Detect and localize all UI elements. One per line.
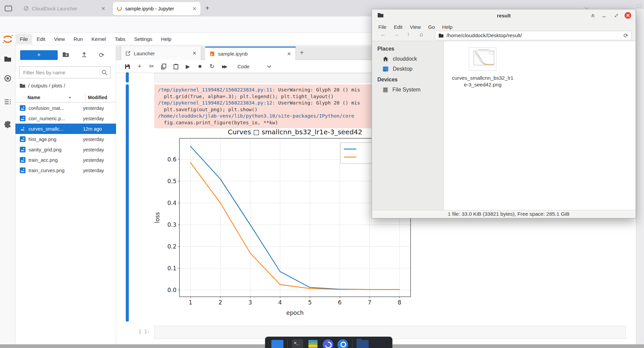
column-header-modified[interactable]: Modified [88, 95, 107, 100]
browser-tab-clouddock[interactable]: CloudDock Launcher ✕ [19, 2, 109, 15]
file-modified: yesterday [83, 157, 116, 163]
app-stack-icon[interactable] [307, 339, 319, 348]
tab-label: Launcher [134, 51, 155, 56]
breadcrumb[interactable]: / outputs / plots / [19, 83, 65, 88]
tab-launcher[interactable]: Launcher ✕ [121, 47, 201, 60]
desktop-icon [383, 66, 388, 72]
folder-icon [438, 33, 444, 38]
menu-item[interactable]: View [406, 23, 424, 31]
cell-type-dropdown[interactable]: Code [237, 64, 250, 69]
running-sessions-icon[interactable] [4, 75, 11, 82]
svg-text:1: 1 [189, 299, 193, 306]
menu-item[interactable]: Edit [32, 34, 50, 44]
file-manager-dock-icon[interactable] [357, 340, 369, 348]
tab-close-icon[interactable]: ✕ [101, 6, 105, 12]
browser-scrollbar-strip[interactable] [636, 9, 644, 344]
refresh-icon[interactable]: ⟳ [624, 32, 628, 39]
column-header-name[interactable]: Name [28, 95, 40, 100]
file-row[interactable]: sanity_grid.png yesterday [15, 144, 116, 155]
jupyter-logo [2, 34, 13, 44]
back-button[interactable]: ← [380, 31, 386, 38]
new-launcher-button[interactable]: + [20, 50, 58, 60]
cut-cells-button[interactable]: ✂ [146, 63, 158, 70]
fm-title-bar[interactable]: result ✕ [372, 9, 636, 21]
file-row[interactable]: train_curves.png yesterday [15, 165, 116, 176]
tab-label: sample.ipynb [218, 51, 248, 57]
image-file-icon [20, 167, 25, 173]
fm-toolbar: ← → ↑ ⌂ /home/clouddock/Desktop/result/ … [372, 31, 636, 41]
table-of-contents-icon[interactable] [4, 98, 11, 106]
menu-item[interactable]: Help [157, 34, 176, 44]
new-dock-tab-button[interactable]: + [300, 49, 304, 57]
up-button[interactable]: ↑ [407, 31, 410, 38]
save-button[interactable] [121, 63, 133, 69]
file-modified: yesterday [83, 106, 116, 111]
menu-item[interactable]: Kernel [87, 34, 110, 44]
firefox-view-button[interactable] [3, 4, 13, 13]
empty-cell-prompt: [ ]: [125, 329, 150, 334]
file-row[interactable]: corr_numeric.p... yesterday [15, 113, 116, 124]
home-button[interactable]: ⌂ [420, 31, 423, 38]
svg-text:loss: loss [154, 212, 161, 223]
image-file-icon [20, 147, 25, 152]
file-row[interactable]: hist_age.png yesterday [15, 134, 116, 144]
menu-item[interactable]: Go [424, 23, 438, 31]
chevron-down-icon[interactable] [267, 63, 271, 69]
fm-status-bar: 1 file: 33.0 KiB (33821 bytes), Free spa… [372, 210, 636, 218]
filter-files-input[interactable] [19, 70, 102, 75]
terminal-icon[interactable]: >_ [292, 339, 303, 348]
browser-tab-sample-ipynb[interactable]: sample.ipynb - Jupyter ✕ [113, 2, 201, 15]
extensions-icon[interactable] [4, 121, 11, 128]
restart-run-all-button[interactable]: ▶▶ [218, 64, 230, 69]
interrupt-kernel-button[interactable]: ■ [194, 63, 206, 69]
file-modified: yesterday [83, 147, 116, 152]
file-row[interactable]: confusion_mat... yesterday [15, 103, 116, 113]
fm-file-item[interactable]: curves_smallcnn_bs32_lr1e-3_seed42.png [449, 47, 516, 88]
tab-label: sample.ipynb - Jupyter [125, 6, 189, 11]
copy-cells-button[interactable] [158, 63, 170, 69]
menu-item[interactable]: Tabs [110, 34, 130, 44]
place-desktop[interactable]: Desktop [383, 66, 443, 72]
paste-cells-button[interactable] [170, 63, 182, 69]
fm-file-view[interactable]: curves_smallcnn_bs32_lr1e-3_seed42.png [444, 41, 636, 210]
svg-text:0.3: 0.3 [167, 221, 176, 228]
svg-text:4: 4 [278, 299, 282, 306]
browser-icon[interactable] [323, 339, 333, 348]
home-icon [383, 56, 388, 62]
device-filesystem[interactable]: File System [383, 87, 443, 93]
place-home[interactable]: clouddock [383, 56, 443, 62]
upload-button[interactable] [80, 51, 88, 59]
shade-window-icon[interactable] [589, 12, 596, 19]
menu-item[interactable]: Run [69, 34, 87, 44]
show-desktop-icon[interactable] [271, 340, 283, 348]
menu-item[interactable]: Help [438, 23, 456, 31]
menu-item[interactable]: File [15, 34, 32, 44]
file-browser-icon[interactable] [4, 55, 11, 63]
menu-item[interactable]: Edit [390, 23, 406, 31]
close-window-icon[interactable]: ✕ [625, 12, 631, 19]
new-tab-button[interactable]: + [205, 4, 209, 12]
file-row[interactable]: train_acc.png yesterday [15, 155, 116, 165]
minimize-window-icon[interactable] [601, 12, 607, 19]
sort-ascending-icon: ▲ [68, 95, 71, 99]
refresh-files-button[interactable]: ⟳ [98, 51, 105, 59]
tab-close-icon[interactable]: ✕ [287, 51, 291, 57]
fm-path-bar[interactable]: /home/clouddock/Desktop/result/ ⟳ [435, 31, 632, 40]
run-cell-button[interactable]: ▶ [182, 63, 194, 70]
new-folder-button[interactable] [62, 51, 69, 59]
tab-close-icon[interactable]: ✕ [192, 6, 197, 12]
maximize-window-icon[interactable] [613, 12, 620, 19]
file-modified: 12m ago [83, 126, 116, 132]
menu-item[interactable]: View [50, 34, 69, 44]
menu-item[interactable]: File [375, 23, 390, 31]
jupyter-spinner-icon [117, 6, 122, 12]
tab-close-icon[interactable]: ✕ [192, 50, 197, 56]
search-app-icon[interactable] [337, 339, 348, 348]
restart-kernel-button[interactable]: ↻ [206, 63, 218, 70]
file-row[interactable]: curves_smallc... 12m ago [15, 124, 116, 134]
forward-button[interactable]: → [393, 31, 399, 38]
menu-item[interactable]: Settings [130, 34, 157, 44]
launcher-icon [125, 51, 130, 56]
tab-sample-ipynb[interactable]: sample.ipynb ✕ [205, 47, 296, 60]
insert-cell-button[interactable]: + [133, 63, 146, 70]
